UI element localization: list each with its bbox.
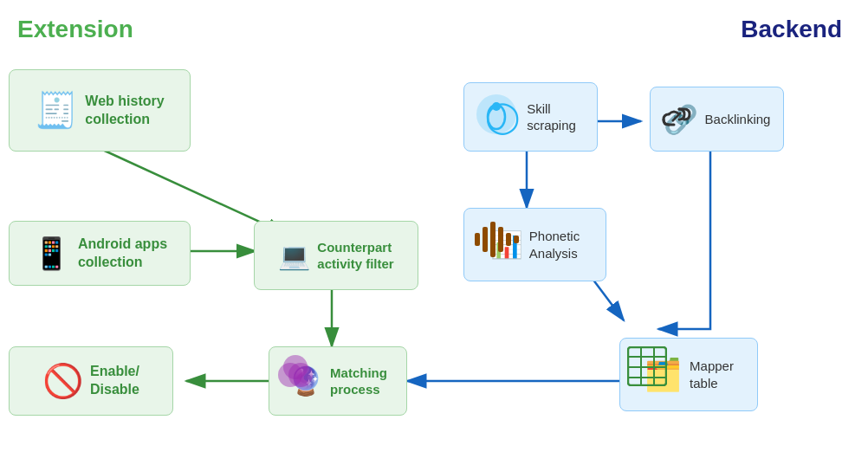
laptop-icon: 💻 bbox=[278, 241, 310, 271]
backend-title: Backend bbox=[741, 16, 842, 43]
svg-rect-14 bbox=[475, 233, 480, 246]
counterpart-node: 💻 Counterpartactivity filter bbox=[254, 221, 418, 290]
svg-rect-19 bbox=[514, 236, 519, 243]
counterpart-label: Counterpartactivity filter bbox=[317, 239, 393, 273]
phonetic-label: PhoneticAnalysis bbox=[529, 228, 580, 262]
disable-icon: 🚫 bbox=[42, 362, 83, 400]
web-history-icon: 🧾 bbox=[35, 90, 78, 131]
enable-disable-label: Enable/Disable bbox=[90, 363, 139, 399]
svg-rect-16 bbox=[490, 222, 496, 257]
svg-point-13 bbox=[492, 102, 501, 111]
diagram: Extension Backend bbox=[0, 0, 868, 452]
chain-icon bbox=[657, 97, 696, 137]
enable-disable-node: 🚫 Enable/Disable bbox=[9, 346, 173, 416]
grid-icon bbox=[627, 346, 667, 386]
svg-rect-15 bbox=[483, 227, 488, 252]
alexa-circle-icon bbox=[475, 93, 518, 136]
web-history-node: 🧾 Web historycollection bbox=[9, 69, 191, 152]
svg-rect-18 bbox=[506, 233, 511, 246]
web-history-label: Web historycollection bbox=[85, 93, 164, 129]
svg-point-28 bbox=[283, 355, 308, 379]
waveform-icon bbox=[473, 220, 516, 259]
mapper-label: Mappertable bbox=[690, 358, 734, 391]
backlinking-label: Backlinking bbox=[705, 111, 771, 128]
extension-title: Extension bbox=[17, 16, 133, 43]
android-icon: 📱 bbox=[32, 236, 71, 272]
android-label: Android appscollection bbox=[78, 236, 167, 272]
matching-label: Matchingprocess bbox=[330, 365, 387, 398]
android-apps-node: 📱 Android appscollection bbox=[9, 221, 191, 286]
svg-point-11 bbox=[477, 95, 515, 133]
svg-rect-17 bbox=[498, 227, 503, 252]
skill-scraping-label: Skillscraping bbox=[527, 100, 576, 134]
venn-icon bbox=[275, 355, 315, 395]
